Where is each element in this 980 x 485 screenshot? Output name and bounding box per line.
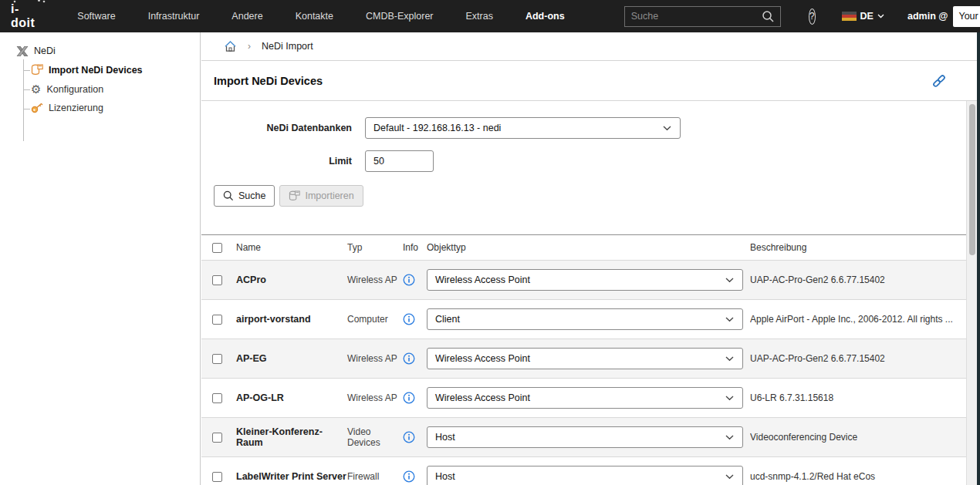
chevron-down-icon (725, 278, 734, 283)
chevron-down-icon (725, 356, 734, 362)
table-header-row: Name Typ Info Objekttyp Beschreibung (201, 235, 967, 260)
sidebar-item-label: Import NeDi Devices (49, 65, 143, 76)
nav-menu-item-label: Extras (466, 11, 493, 22)
info-icon[interactable] (403, 352, 415, 365)
database-label: NeDi Datenbanken (201, 123, 352, 133)
device-name: ACPro (236, 274, 347, 285)
device-description: U6-LR 6.7.31.15618 (750, 392, 967, 403)
info-icon[interactable] (403, 470, 415, 483)
breadcrumb-separator: › (248, 41, 251, 52)
import-icon (289, 190, 300, 201)
device-type: Computer (347, 314, 403, 325)
tree-line (23, 89, 30, 90)
table-row: LabelWriter Print Server Firewall Host u… (201, 456, 967, 485)
search-button[interactable]: Suche (214, 185, 275, 207)
sidebar-item-konfiguration[interactable]: ⚙ Konfiguration (31, 83, 103, 95)
row-checkbox[interactable] (212, 433, 222, 443)
nav-menu-item[interactable]: Add-ons (509, 0, 581, 32)
nav-menu-item[interactable]: Extras (450, 0, 509, 32)
header-objekttyp: Objekttyp (427, 242, 750, 253)
sidebar-item-import-nedi-devices[interactable]: Import NeDi Devices (31, 64, 143, 76)
devices-table: Name Typ Info Objekttyp Beschreibung ACP… (201, 234, 967, 485)
device-name: Kleiner-Konferenz-Raum (236, 426, 347, 448)
search-button-label: Suche (238, 190, 265, 201)
row-checkbox[interactable] (212, 275, 222, 285)
nav-menu-item-label: Kontakte (296, 11, 333, 22)
nav-menu-item[interactable]: Software (61, 0, 131, 32)
objekttyp-select[interactable]: Wireless Access Point (427, 348, 743, 369)
table-body: ACPro Wireless AP Wireless Access Point … (201, 260, 967, 485)
top-navbar: i-doit Software Infrastruktur Andere Kon… (0, 0, 980, 32)
info-icon[interactable] (403, 392, 415, 404)
language-code: DE (860, 11, 874, 22)
chevron-down-icon (725, 396, 734, 401)
chevron-down-icon (725, 474, 734, 480)
device-name: AP-EG (236, 353, 347, 364)
search-icon (223, 190, 234, 201)
sidebar-root-nedi[interactable]: NeDi (16, 45, 56, 56)
tree-line (23, 70, 30, 71)
objekttyp-select-value: Wireless Access Point (435, 353, 530, 364)
i-doit-logo[interactable]: i-doit (11, 2, 35, 30)
nav-menu-item-label: Infrastruktur (148, 11, 200, 22)
objekttyp-select[interactable]: Wireless Access Point (427, 387, 743, 409)
vertical-scrollbar[interactable] (966, 101, 977, 485)
help-icon[interactable]: ? (809, 8, 816, 25)
info-icon[interactable] (403, 274, 415, 286)
nav-menu-item[interactable]: Kontakte (279, 0, 350, 32)
import-icon (31, 64, 43, 76)
import-button[interactable]: Importieren (279, 185, 363, 207)
nav-menu-item-label: CMDB-Explorer (366, 11, 434, 22)
objekttyp-select[interactable]: Wireless Access Point (427, 269, 743, 291)
home-icon[interactable] (224, 40, 237, 52)
nav-menu-item[interactable]: Infrastruktur (132, 0, 216, 32)
device-type: Wireless AP (347, 274, 403, 285)
global-search (624, 6, 781, 27)
limit-label: Limit (201, 156, 352, 167)
sidebar-root-label: NeDi (34, 45, 56, 56)
database-select[interactable]: Default - 192.168.16.13 - nedi (365, 117, 681, 139)
limit-input[interactable] (365, 150, 434, 172)
row-checkbox[interactable] (212, 315, 222, 325)
permalink-icon[interactable] (932, 74, 946, 88)
header-name: Name (236, 242, 347, 253)
objekttyp-select[interactable]: Host (427, 466, 743, 485)
row-checkbox[interactable] (212, 354, 222, 364)
database-select-value: Default - 192.168.16.13 - nedi (373, 123, 501, 133)
objekttyp-select-value: Wireless Access Point (435, 274, 530, 285)
device-name: LabelWriter Print Server (236, 471, 347, 482)
page-title: Import NeDi Devices (214, 75, 932, 87)
table-row: Kleiner-Konferenz-Raum Video Devices Hos… (201, 417, 967, 456)
objekttyp-select[interactable]: Host (427, 426, 743, 448)
main-panel: › NeDi Import Import NeDi Devices NeDi D… (201, 32, 980, 485)
row-checkbox[interactable] (212, 393, 222, 403)
language-selector[interactable]: DE (842, 11, 884, 22)
nav-menu-item[interactable]: CMDB-Explorer (350, 0, 450, 32)
info-icon[interactable] (403, 431, 415, 443)
global-search-input[interactable] (625, 11, 762, 22)
device-type: Wireless AP (347, 353, 403, 364)
user-label: admin @ (907, 11, 948, 22)
tenant-selector[interactable]: Your companyna (953, 6, 980, 27)
nav-menu-item-label: Add-ons (525, 11, 565, 22)
device-type: Wireless AP (347, 392, 403, 403)
info-icon[interactable] (403, 313, 415, 325)
search-icon[interactable] (762, 10, 775, 23)
chevron-down-icon (725, 435, 734, 440)
sidebar-item-label: Lizenzierung (49, 103, 103, 113)
chevron-down-icon (663, 126, 671, 131)
row-checkbox[interactable] (212, 472, 222, 482)
scrollbar-thumb[interactable] (969, 104, 975, 255)
select-all-checkbox[interactable] (212, 243, 222, 253)
content-area: NeDi Datenbanken Default - 192.168.16.13… (201, 117, 980, 485)
device-type: Firewall (347, 471, 403, 482)
nav-menu-item-label: Software (77, 11, 115, 22)
breadcrumb-current[interactable]: NeDi Import (262, 41, 313, 52)
objekttyp-select[interactable]: Client (427, 308, 743, 330)
sidebar-item-lizenzierung[interactable]: Lizenzierung (31, 103, 103, 113)
objekttyp-select-value: Wireless Access Point (435, 392, 530, 403)
chevron-down-icon (725, 317, 734, 322)
device-description: ucd-snmp-4.1.2/Red Hat eCos (750, 471, 967, 482)
nedi-logo-icon (16, 46, 29, 56)
nav-menu-item[interactable]: Andere (215, 0, 279, 32)
